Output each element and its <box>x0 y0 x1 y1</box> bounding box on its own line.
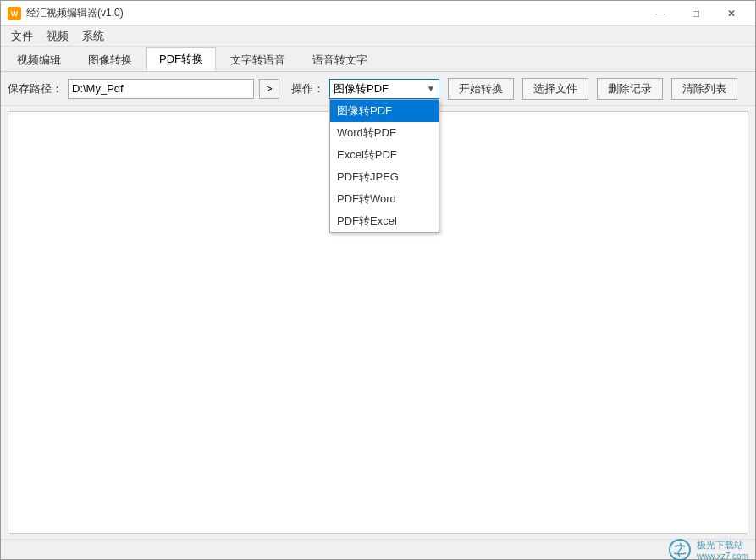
app-icon: W <box>8 7 21 20</box>
minimize-button[interactable]: — <box>643 5 677 22</box>
selected-option-text: 图像转PDF <box>334 81 389 97</box>
watermark: 极光下载站 www.xz7.com <box>668 538 748 561</box>
dropdown-arrow-icon: ▼ <box>427 84 435 93</box>
clear-list-button[interactable]: 清除列表 <box>671 78 737 100</box>
dropdown-item-3[interactable]: PDF转JPEG <box>330 166 439 188</box>
close-button[interactable]: ✕ <box>715 5 748 22</box>
menu-file[interactable]: 文件 <box>4 27 40 46</box>
main-window: W 经汇视频编辑器(v1.0) — □ ✕ 文件 视频 系统 视频编辑 图像转换… <box>0 0 756 560</box>
maximize-button[interactable]: □ <box>679 5 713 22</box>
dropdown-item-5[interactable]: PDF转Excel <box>330 210 439 232</box>
watermark-url: www.xz7.com <box>697 552 748 561</box>
watermark-text-block: 极光下载站 www.xz7.com <box>697 539 748 561</box>
dropdown-item-1[interactable]: Word转PDF <box>330 122 439 144</box>
menu-video[interactable]: 视频 <box>40 27 75 46</box>
tab-speech-to-text[interactable]: 语音转文字 <box>300 48 380 71</box>
toolbar: 保存路径： > 操作： 图像转PDF ▼ 图像转PDF Word转PDF Exc… <box>1 72 755 106</box>
dropdown-menu: 图像转PDF Word转PDF Excel转PDF PDF转JPEG PDF转W… <box>329 99 439 233</box>
tab-image-convert[interactable]: 图像转换 <box>75 48 145 71</box>
browse-button[interactable]: > <box>259 79 279 99</box>
dropdown-item-4[interactable]: PDF转Word <box>330 188 439 210</box>
tab-text-to-speech[interactable]: 文字转语音 <box>218 48 298 71</box>
path-input[interactable] <box>68 79 254 99</box>
path-label: 保存路径： <box>8 81 63 97</box>
watermark-site: 极光下载站 <box>697 539 748 552</box>
menu-bar: 文件 视频 系统 <box>1 26 755 47</box>
operation-select[interactable]: 图像转PDF ▼ <box>329 79 439 99</box>
window-title: 经汇视频编辑器(v1.0) <box>26 6 124 20</box>
status-bar: 极光下载站 www.xz7.com <box>1 539 755 559</box>
start-convert-button[interactable]: 开始转换 <box>448 78 514 100</box>
watermark-logo-icon <box>668 538 692 561</box>
title-bar: W 经汇视频编辑器(v1.0) — □ ✕ <box>1 1 755 26</box>
tab-pdf-convert[interactable]: PDF转换 <box>146 47 216 71</box>
title-bar-left: W 经汇视频编辑器(v1.0) <box>8 6 124 20</box>
select-file-button[interactable]: 选择文件 <box>522 78 588 100</box>
tab-video-edit[interactable]: 视频编辑 <box>4 48 74 71</box>
menu-system[interactable]: 系统 <box>75 27 111 46</box>
dropdown-item-0[interactable]: 图像转PDF <box>330 100 439 122</box>
op-label: 操作： <box>291 81 324 97</box>
delete-record-button[interactable]: 删除记录 <box>597 78 663 100</box>
operation-select-wrapper: 图像转PDF ▼ 图像转PDF Word转PDF Excel转PDF PDF转J… <box>329 79 439 99</box>
dropdown-item-2[interactable]: Excel转PDF <box>330 144 439 166</box>
tab-bar: 视频编辑 图像转换 PDF转换 文字转语音 语音转文字 <box>1 47 755 72</box>
title-bar-controls: — □ ✕ <box>643 5 748 22</box>
